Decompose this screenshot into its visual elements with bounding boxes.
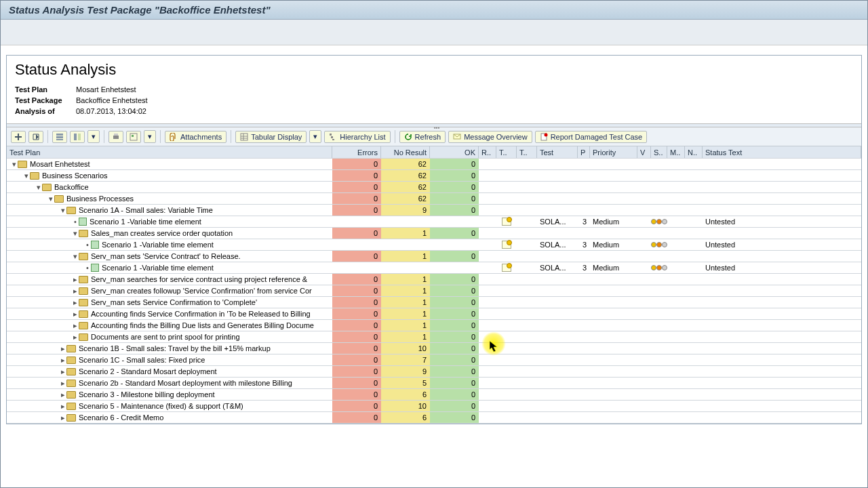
table-row[interactable]: ▾Sales_man creates service order quotati… [7,228,861,239]
table-row[interactable]: ▸Scenario 3 - Milestone billing deployme… [7,389,861,401]
tree-cell[interactable]: ▸Serv_man creates followup 'Service Conf… [7,285,332,296]
tree-cell[interactable]: ▸Scenario 6 - Credit Memo [7,412,332,423]
expand-closed-icon[interactable]: ▸ [60,413,66,422]
table-row[interactable]: ▸Scenario 2 - Standard Mosart deployment… [7,366,861,378]
col-t2[interactable]: T.. [517,146,537,158]
tree-cell[interactable]: ▸Scenario 5 - Maintenance (fixed) & supp… [7,401,332,411]
expand-closed-icon[interactable]: ▸ [72,310,79,319]
col-errors[interactable]: Errors [332,146,381,158]
collapse-node-button[interactable] [28,131,43,143]
expand-closed-icon[interactable]: ▸ [60,402,66,411]
expand-closed-icon[interactable]: ▸ [72,298,79,307]
tree-cell[interactable]: ▾Business Scenarios [7,170,332,181]
dropdown-3-button[interactable]: ▾ [309,130,321,143]
expand-open-icon[interactable]: ▾ [72,252,79,261]
table-row[interactable]: ▸Scenario 2b - Standard Mosart deploymen… [7,378,861,389]
tree-cell[interactable]: ▸Serv_man searches for service contract … [7,274,332,285]
layout-button[interactable] [52,131,67,143]
expand-open-icon[interactable]: ▾ [60,206,66,215]
col-test-plan[interactable]: Test Plan [7,146,332,158]
expand-closed-icon[interactable]: ▸ [60,379,66,388]
print-button[interactable] [108,131,123,143]
table-row[interactable]: ▸Serv_man sets Service Confirmation to '… [7,297,861,308]
table-row[interactable]: ▸Serv_man creates followup 'Service Conf… [7,285,861,297]
expand-open-icon[interactable]: ▾ [72,229,79,238]
table-row[interactable]: ▸Scenario 6 - Credit Memo060 [7,412,861,424]
message-overview-button[interactable]: Message Overview [448,131,532,143]
tree-cell[interactable]: ▸Scenario 2b - Standard Mosart deploymen… [7,378,332,388]
tree-cell[interactable]: ▾Backoffice [7,182,332,192]
col-r[interactable]: R.. [479,146,496,158]
tree-cell[interactable]: •Scenario 1 -Variable time element [7,262,332,273]
tree-cell[interactable]: ▸Scenario 3 - Milestone billing deployme… [7,389,332,400]
tree-cell[interactable]: ▸Documents are sent to print spool for p… [7,331,332,342]
tree-cell[interactable]: ▸Accounting finds Service Confirmation i… [7,308,332,319]
table-row[interactable]: ▾Business Scenarios0620 [7,170,861,182]
expand-closed-icon[interactable]: ▸ [60,390,66,399]
expand-closed-icon[interactable]: ▸ [60,344,66,353]
expand-open-icon[interactable]: ▾ [11,160,18,169]
tree-cell[interactable]: ▾Sales_man creates service order quotati… [7,228,332,239]
table-row[interactable]: ▸Scenario 5 - Maintenance (fixed) & supp… [7,401,861,412]
t1-cell[interactable] [496,239,517,250]
export-button[interactable] [126,131,141,143]
expand-closed-icon[interactable]: ▸ [72,275,79,284]
doc-action-icon[interactable] [502,241,511,249]
col-status-text[interactable]: Status Text [703,146,861,158]
col-m[interactable]: M.. [667,146,685,158]
table-row[interactable]: ▸Documents are sent to print spool for p… [7,331,861,343]
tree-cell[interactable]: •Scenario 1 -Variable time element [7,216,332,227]
expand-closed-icon[interactable]: ▸ [60,356,66,365]
col-no-result[interactable]: No Result [381,146,430,158]
tree-cell[interactable]: ▾Serv_man sets 'Service Contract' to Rel… [7,251,332,262]
expand-node-button[interactable] [11,131,26,143]
t1-cell[interactable] [496,262,517,273]
refresh-button[interactable]: Refresh [399,131,446,143]
t1-cell[interactable] [496,216,517,227]
tree-cell[interactable]: ▸Scenario 2 - Standard Mosart deployment [7,366,332,377]
report-damaged-button[interactable]: Report Damaged Test Case [535,131,648,143]
tree-cell[interactable]: ▸Serv_man sets Service Confirmation to '… [7,297,332,308]
doc-action-icon[interactable] [502,218,511,226]
col-ok[interactable]: OK [430,146,479,158]
table-row[interactable]: ▸Accounting finds the Billing Due lists … [7,320,861,331]
expand-open-icon[interactable]: ▾ [47,195,54,203]
tree-cell[interactable]: ▸Accounting finds the Billing Due lists … [7,320,332,331]
col-n[interactable]: N.. [685,146,703,158]
table-row[interactable]: •Scenario 1 -Variable time elementSOLA..… [7,262,861,274]
splitter[interactable]: ▪▪▪ [7,123,861,127]
attachments-button[interactable]: Attachments [165,131,226,143]
table-row[interactable]: ▾Mosart Enhetstest0620 [7,159,861,170]
tree-cell[interactable]: ▸Scenario 1B - Small sales: Travel by th… [7,343,332,354]
table-row[interactable]: ▾Business Processes0620 [7,193,861,205]
tabular-display-button[interactable]: Tabular Display [235,131,307,143]
dropdown-1-button[interactable]: ▾ [87,130,100,143]
select-columns-button[interactable] [70,131,85,143]
table-row[interactable]: ▸Scenario 1B - Small sales: Travel by th… [7,343,861,354]
col-priority[interactable]: Priority [590,146,637,158]
hierarchy-list-button[interactable]: Hierarchy List [324,131,390,143]
table-row[interactable]: ▸Accounting finds Service Confirmation i… [7,308,861,320]
tree-cell[interactable]: ▸Scenario 1C - Small sales: Fixed price [7,354,332,365]
expand-closed-icon[interactable]: ▸ [72,333,79,342]
expand-open-icon[interactable]: ▾ [23,171,30,180]
table-row[interactable]: ▾Scenario 1A - Small sales: Variable Tim… [7,205,861,216]
table-row[interactable]: ▸Serv_man searches for service contract … [7,274,861,285]
tree-cell[interactable]: ▾Mosart Enhetstest [7,159,332,169]
table-row[interactable]: ▸Scenario 1C - Small sales: Fixed price0… [7,354,861,366]
table-row[interactable]: •Scenario 1 -Variable time elementSOLA..… [7,239,861,251]
table-row[interactable]: ▾Backoffice0620 [7,182,861,193]
col-test[interactable]: Test [537,146,578,158]
tree-cell[interactable]: ▾Business Processes [7,193,332,204]
dropdown-2-button[interactable]: ▾ [144,130,156,143]
col-t1[interactable]: T.. [496,146,517,158]
col-v[interactable]: V [637,146,651,158]
tree-cell[interactable]: ▾Scenario 1A - Small sales: Variable Tim… [7,205,332,216]
col-s[interactable]: S.. [651,146,667,158]
table-row[interactable]: •Scenario 1 -Variable time elementSOLA..… [7,216,861,228]
doc-action-icon[interactable] [502,264,511,272]
expand-open-icon[interactable]: ▾ [35,183,42,192]
expand-closed-icon[interactable]: ▸ [72,287,79,296]
tree-cell[interactable]: •Scenario 1 -Variable time element [7,239,332,250]
table-row[interactable]: ▾Serv_man sets 'Service Contract' to Rel… [7,251,861,262]
